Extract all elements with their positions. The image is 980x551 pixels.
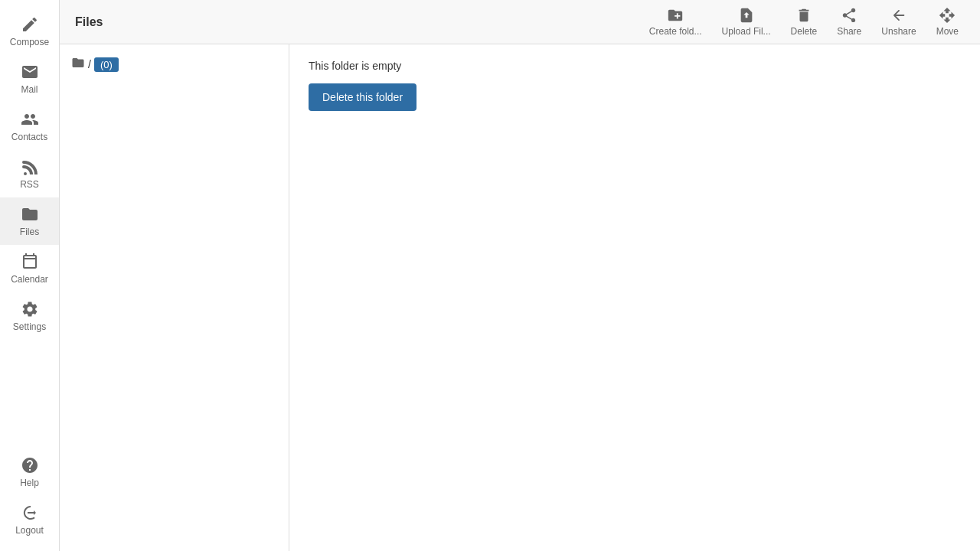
mail-icon bbox=[21, 63, 39, 81]
unshare-label: Unshare bbox=[881, 26, 916, 37]
sidebar-label-rss: RSS bbox=[20, 179, 39, 190]
delete-button[interactable]: Delete bbox=[785, 3, 824, 41]
files-icon bbox=[21, 205, 39, 223]
upload-file-label: Upload Fil... bbox=[722, 26, 771, 37]
sidebar-bottom: Help Logout bbox=[0, 448, 59, 543]
rss-icon bbox=[21, 158, 39, 176]
empty-folder-message: This folder is empty bbox=[309, 60, 961, 72]
sidebar-item-compose[interactable]: Compose bbox=[0, 8, 59, 55]
create-folder-icon bbox=[667, 7, 684, 24]
upload-file-button[interactable]: Upload Fil... bbox=[716, 3, 777, 41]
toolbar: Create fold... Upload Fil... Delete bbox=[643, 3, 965, 41]
logout-icon bbox=[21, 504, 39, 522]
main-panel: This folder is empty Delete this folder bbox=[289, 44, 980, 551]
content-area: / (0) This folder is empty Delete this f… bbox=[60, 44, 980, 551]
top-header: Files Create fold... Upload Fil... bbox=[60, 0, 980, 44]
delete-label: Delete bbox=[791, 26, 818, 37]
file-tree-panel: / (0) bbox=[60, 44, 289, 551]
move-icon bbox=[939, 7, 956, 24]
sidebar-item-logout[interactable]: Logout bbox=[0, 496, 59, 543]
delete-folder-button[interactable]: Delete this folder bbox=[309, 83, 416, 111]
unshare-button[interactable]: Unshare bbox=[875, 3, 922, 41]
folder-icon bbox=[71, 56, 85, 73]
share-label: Share bbox=[837, 26, 861, 37]
create-folder-label: Create fold... bbox=[649, 26, 702, 37]
contacts-icon bbox=[21, 110, 39, 129]
sidebar-label-compose: Compose bbox=[10, 37, 49, 47]
share-icon bbox=[841, 7, 858, 24]
settings-icon bbox=[21, 300, 39, 318]
sidebar-item-calendar[interactable]: Calendar bbox=[0, 245, 59, 292]
help-icon bbox=[21, 456, 39, 474]
sidebar-label-calendar: Calendar bbox=[11, 274, 48, 285]
sidebar-item-contacts[interactable]: Contacts bbox=[0, 103, 59, 150]
sidebar-label-files: Files bbox=[20, 227, 39, 237]
sidebar-label-help: Help bbox=[20, 478, 39, 488]
upload-file-icon bbox=[738, 7, 755, 24]
compose-icon bbox=[21, 15, 39, 34]
sidebar: Compose Mail Contacts RSS Files Calendar bbox=[0, 0, 60, 551]
sidebar-label-mail: Mail bbox=[21, 84, 38, 95]
sidebar-label-contacts: Contacts bbox=[11, 132, 47, 142]
sidebar-item-rss[interactable]: RSS bbox=[0, 150, 59, 197]
sidebar-item-mail[interactable]: Mail bbox=[0, 55, 59, 103]
calendar-icon bbox=[21, 253, 39, 271]
sidebar-label-logout: Logout bbox=[15, 525, 44, 536]
main-content: Files Create fold... Upload Fil... bbox=[60, 0, 980, 551]
sidebar-label-settings: Settings bbox=[13, 321, 46, 332]
move-label: Move bbox=[936, 26, 959, 37]
move-button[interactable]: Move bbox=[930, 3, 965, 41]
sidebar-item-settings[interactable]: Settings bbox=[0, 292, 59, 340]
breadcrumb-slash: / bbox=[88, 58, 91, 70]
page-title: Files bbox=[75, 15, 243, 29]
sidebar-item-help[interactable]: Help bbox=[0, 448, 59, 496]
breadcrumb: / (0) bbox=[71, 56, 277, 73]
share-button[interactable]: Share bbox=[831, 3, 867, 41]
folder-count-badge: (0) bbox=[94, 57, 119, 72]
unshare-icon bbox=[890, 7, 907, 24]
sidebar-item-files[interactable]: Files bbox=[0, 197, 59, 245]
create-folder-button[interactable]: Create fold... bbox=[643, 3, 708, 41]
delete-icon bbox=[795, 7, 812, 24]
